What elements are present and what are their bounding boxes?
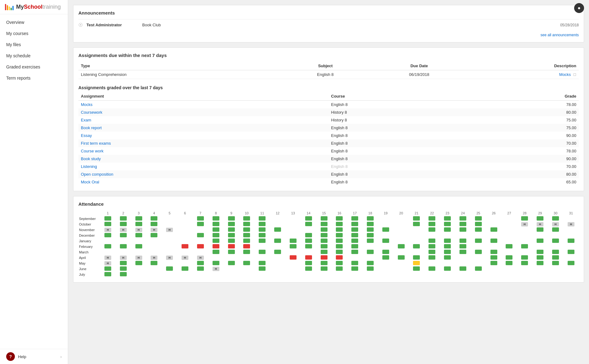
cal-cell	[347, 249, 363, 255]
cal-cell	[548, 227, 563, 233]
graded-assignment-link[interactable]: Mocks	[81, 102, 93, 107]
cal-cell	[363, 249, 378, 255]
graded-assignment-link[interactable]: Listening	[81, 164, 97, 169]
graded-assignment: Book study	[78, 155, 329, 163]
cal-cell	[471, 249, 486, 255]
sidebar-help[interactable]: ? Help ›	[0, 349, 68, 364]
cal-cell	[177, 216, 193, 221]
cal-cell	[409, 233, 424, 238]
cal-cell	[393, 255, 409, 261]
cal-cell	[532, 266, 548, 272]
graded-assignment-link[interactable]: Essay	[81, 133, 92, 138]
graded-grade: 78.00	[492, 101, 579, 109]
assignments-graded-table: Assignment Course Grade Mocks English 8 …	[78, 92, 579, 186]
announcement-row: ☉ Test Administrator Book Club 05/28/201…	[78, 19, 579, 30]
see-all-announcements[interactable]: see all announcements	[78, 33, 579, 37]
cal-cell	[363, 227, 378, 233]
graded-assignment-link[interactable]: Open composition	[81, 172, 113, 177]
cal-cell	[239, 238, 254, 244]
cal-cell	[363, 255, 378, 261]
cal-cell	[363, 261, 378, 266]
assignments-graded-title: Assignments graded over the last 7 days	[78, 85, 579, 90]
graded-assignment-link[interactable]: Course work	[81, 149, 103, 153]
cal-table: 1 2 3 4 5 6 7 8 9 10 11 12 13 14	[78, 210, 579, 277]
cal-cell	[409, 272, 424, 277]
cal-cell	[208, 238, 224, 244]
cal-cell	[347, 227, 363, 233]
cal-cell	[517, 238, 532, 244]
graded-assignment-link[interactable]: Mock Oral	[81, 180, 99, 184]
assignments-due-card: Assignments due within the next 7 days T…	[73, 47, 584, 191]
cal-cell	[393, 249, 409, 255]
graded-assignment-link[interactable]: Book report	[81, 125, 102, 130]
graded-assignment-link[interactable]: Book study	[81, 156, 101, 161]
cal-cell	[100, 249, 116, 255]
graded-assignment: Open composition	[78, 170, 329, 178]
cal-cell	[424, 244, 440, 249]
attendance-month-row: JuneH	[78, 266, 579, 272]
cal-cell	[440, 266, 455, 272]
cal-cell	[440, 233, 455, 238]
attendance-month-row: NovemberHHHHH	[78, 227, 579, 233]
table-row: Listening English 8 70.00	[78, 163, 579, 170]
cal-cell	[224, 221, 239, 227]
description-link[interactable]: Mocks	[559, 72, 571, 77]
sidebar-item-my-courses[interactable]: My courses	[0, 28, 68, 39]
cal-cell	[424, 227, 440, 233]
announcements-title: Announcements	[78, 10, 579, 15]
sidebar-item-term-reports[interactable]: Term reports	[0, 72, 68, 84]
graded-grade: 75.00	[492, 116, 579, 124]
day-29: 29	[532, 210, 548, 216]
cal-cell	[316, 249, 332, 255]
sidebar-item-overview-label: Overview	[6, 20, 24, 25]
cal-cell	[224, 244, 239, 249]
cal-cell	[270, 266, 285, 272]
user-avatar[interactable]: ●	[574, 3, 584, 13]
day-21: 21	[409, 210, 424, 216]
sidebar-nav: Overview My courses My files My schedule…	[0, 14, 68, 349]
day-23: 23	[440, 210, 455, 216]
graded-assignment-link[interactable]: Exam	[81, 118, 91, 122]
sidebar-item-my-schedule[interactable]: My schedule	[0, 50, 68, 61]
announcements-card: Announcements ☉ Test Administrator Book …	[73, 5, 584, 42]
cal-cell: H	[116, 255, 131, 261]
cal-cell	[363, 266, 378, 272]
graded-assignment: Essay	[78, 132, 329, 139]
cal-cell	[347, 244, 363, 249]
sidebar-item-my-files[interactable]: My files	[0, 39, 68, 50]
cal-cell	[471, 233, 486, 238]
month-name: February	[78, 244, 100, 249]
cal-cell	[424, 216, 440, 221]
cal-cell	[177, 238, 193, 244]
table-row: Book study English 8 90.00	[78, 155, 579, 163]
graded-grade: 65.00	[492, 178, 579, 186]
sidebar-item-overview[interactable]: Overview	[0, 17, 68, 28]
graded-assignment: Listening	[78, 163, 329, 170]
cal-cell	[409, 216, 424, 221]
day-19: 19	[378, 210, 393, 216]
cal-cell	[131, 249, 147, 255]
cal-cell	[100, 221, 116, 227]
cal-cell	[146, 244, 162, 249]
cal-cell	[316, 272, 332, 277]
cal-cell	[347, 233, 363, 238]
assignment-due-date: 06/19/2018	[369, 70, 470, 79]
day-22: 22	[424, 210, 440, 216]
announcement-date: 05/28/2018	[560, 23, 579, 27]
cal-cell	[270, 233, 285, 238]
cal-cell	[239, 244, 254, 249]
cal-cell	[332, 216, 347, 221]
cal-cell	[131, 261, 147, 266]
cal-cell	[455, 233, 471, 238]
attendance-month-row: MayH	[78, 261, 579, 266]
graded-assignment-link[interactable]: First term exams	[81, 141, 111, 146]
cal-cell	[424, 238, 440, 244]
graded-grade: 80.00	[492, 108, 579, 116]
cal-cell	[486, 266, 502, 272]
sidebar-item-graded-exercises[interactable]: Graded exercises	[0, 61, 68, 72]
cal-cell	[424, 233, 440, 238]
cal-cell	[270, 272, 285, 277]
cal-cell	[146, 266, 162, 272]
graded-assignment-link[interactable]: Coursework	[81, 110, 102, 115]
cal-cell	[332, 261, 347, 266]
